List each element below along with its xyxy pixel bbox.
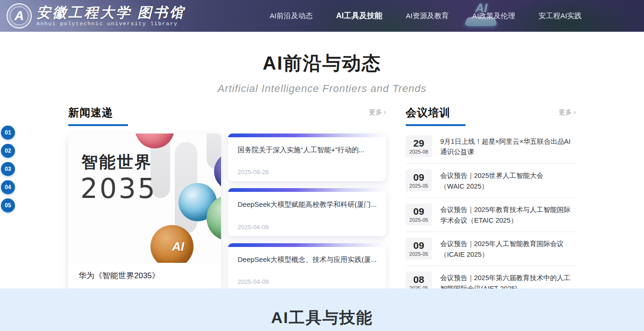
news-card-title: DeepSeek大模型赋能高校教学和科研(厦门...: [228, 192, 386, 210]
conference-title: 9月1日上线！超星×阿里云×华五联合出品AI通识公益课: [440, 135, 576, 157]
university-seal-icon: A: [7, 3, 32, 28]
pager-dot-05[interactable]: 05: [1, 198, 15, 212]
conference-item[interactable]: 09 2025-05 会议预告｜2025世界人工智能大会 （WAIC 2025）: [406, 164, 576, 198]
news-section-head: 新闻速递 更多 ›: [68, 106, 386, 126]
conference-date-badge: 09 2025-05: [406, 238, 432, 260]
featured-image-title-year: 2035: [80, 173, 157, 204]
conference-title: 会议预告｜2025年人工智能教育国际会议 （ICAIE 2025）: [440, 238, 564, 260]
nav-item-ai-resources[interactable]: AI资源及教育: [405, 8, 450, 24]
conference-month: 2025-05: [406, 183, 432, 189]
news-card-title: DeepSeek大模型概念、技术与应用实践(厦...: [228, 247, 386, 265]
conference-day: 09: [406, 240, 432, 251]
pager-dot-03[interactable]: 03: [1, 162, 15, 176]
pager-dot-04[interactable]: 04: [1, 180, 15, 194]
news-card-date: 2025-08-28: [237, 169, 269, 176]
featured-news-card[interactable]: AI 智能世界 2035 华为《智能世界2035》: [68, 134, 221, 291]
nav-item-ai-tools[interactable]: AI工具及技能: [335, 8, 383, 24]
conference-month: 2025-08: [406, 149, 432, 155]
news-card-accent-bar: [228, 134, 386, 137]
conference-day: 09: [406, 172, 432, 183]
ai-tools-section-title: AI工具与技能: [0, 307, 644, 329]
conference-date-badge: 29 2025-08: [406, 135, 432, 157]
nav-item-ai-policy[interactable]: AI政策及伦理: [471, 8, 516, 24]
conference-title: 会议预告｜2025世界人工智能大会 （WAIC 2025）: [440, 169, 543, 191]
conference-day: 08: [406, 274, 432, 285]
conference-month: 2025-05: [406, 251, 432, 257]
conference-section-title: 会议培训: [406, 106, 465, 126]
logo-title-cn: 安徽工程大学 图书馆: [36, 5, 185, 20]
conference-title: 会议预告｜2025年教育技术与人工智能国际学术会议（ETAIC 2025）: [440, 204, 576, 225]
conference-date-badge: 09 2025-05: [406, 169, 432, 191]
news-card-accent-bar: [228, 188, 386, 192]
conference-day: 29: [406, 138, 432, 148]
page: A 安徽工程大学 图书馆 Anhui polytechnic universit…: [0, 0, 644, 331]
header: A 安徽工程大学 图书馆 Anhui polytechnic universit…: [0, 0, 644, 32]
pager-dot-02[interactable]: 02: [1, 144, 15, 158]
news-section-title: 新闻速递: [68, 106, 128, 126]
conference-item[interactable]: 09 2025-05 会议预告｜2025年人工智能教育国际会议 （ICAIE 2…: [406, 232, 576, 266]
news-body: AI 智能世界 2035 华为《智能世界2035》 国务院关于深入实施“人工智能…: [68, 134, 386, 291]
featured-news-image: AI 智能世界 2035: [68, 134, 221, 263]
hero: AI前沿与动态 Artificial Intelligence Frontier…: [0, 32, 644, 102]
news-card-date: 2025-04-09: [237, 278, 269, 285]
pager-dot-01[interactable]: 01: [1, 126, 15, 140]
news-card[interactable]: DeepSeek大模型概念、技术与应用实践(厦... 2025-04-09: [228, 243, 386, 291]
news-card-date: 2025-04-09: [237, 224, 269, 231]
sphere-ai-label: AI: [172, 239, 184, 254]
ai-tools-section: AI工具与技能: [0, 289, 644, 331]
featured-image-title-cn: 智能世界: [81, 151, 152, 173]
conference-list: 29 2025-08 9月1日上线！超星×阿里云×华五联合出品AI通识公益课 0…: [406, 134, 576, 300]
news-card-accent-bar: [228, 243, 386, 247]
news-more-link[interactable]: 更多 ›: [369, 108, 386, 117]
page-subtitle: Artificial Intelligence Frontiers and Tr…: [0, 83, 644, 95]
news-card-title: 国务院关于深入实施“人工智能+”行动的...: [228, 137, 386, 155]
conference-section-head: 会议培训 更多 ›: [406, 106, 576, 126]
nav-item-ai-practice[interactable]: 安工程AI实践: [537, 8, 582, 24]
conference-item[interactable]: 29 2025-08 9月1日上线！超星×阿里云×华五联合出品AI通识公益课: [406, 134, 576, 164]
main-nav: AI前沿及动态 AI工具及技能 AI资源及教育 AI政策及伦理 安工程AI实践: [269, 0, 583, 32]
page-title: AI前沿与动态: [0, 50, 644, 76]
conference-date-badge: 09 2025-05: [406, 204, 432, 225]
conference-day: 09: [406, 206, 432, 217]
conference-month: 2025-05: [406, 217, 432, 223]
conference-item[interactable]: 09 2025-05 会议预告｜2025年教育技术与人工智能国际学术会议（ETA…: [406, 198, 576, 232]
news-list: 国务院关于深入实施“人工智能+”行动的... 2025-08-28 DeepSe…: [228, 134, 386, 291]
main-content: 新闻速递 更多 › AI 智: [68, 102, 576, 300]
seal-letter: A: [14, 9, 24, 22]
logo-title-en: Anhui polytechnic university library: [36, 21, 185, 27]
featured-news-caption: 华为《智能世界2035》: [68, 263, 221, 289]
conference-section: 会议培训 更多 › 29 2025-08 9月1日上线！超星×阿里云×华五联合出…: [406, 106, 576, 300]
library-logo[interactable]: A 安徽工程大学 图书馆 Anhui polytechnic universit…: [0, 3, 185, 28]
news-card[interactable]: DeepSeek大模型赋能高校教学和科研(厦门... 2025-04-09: [228, 188, 386, 236]
logo-text-block: 安徽工程大学 图书馆 Anhui polytechnic university …: [36, 5, 185, 27]
side-pager: 01 02 03 04 05: [1, 126, 15, 212]
news-card[interactable]: 国务院关于深入实施“人工智能+”行动的... 2025-08-28: [228, 134, 386, 181]
nav-item-ai-frontiers[interactable]: AI前沿及动态: [269, 8, 314, 24]
news-section: 新闻速递 更多 › AI 智: [68, 106, 386, 300]
conference-more-link[interactable]: 更多 ›: [558, 108, 576, 117]
decor-sphere-ai: AI: [150, 225, 193, 263]
